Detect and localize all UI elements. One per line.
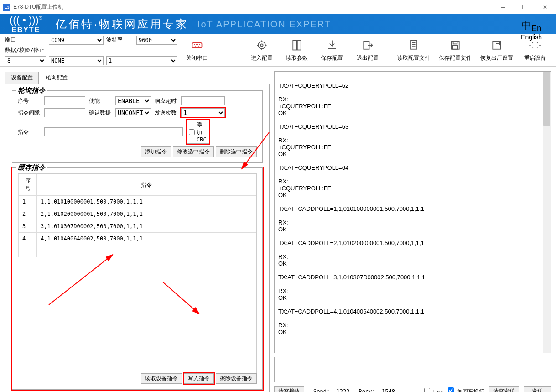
clear-send-button[interactable]: 清空发送 — [489, 386, 519, 392]
stopbits-select[interactable]: 1 — [106, 56, 177, 65]
clear-receive-button[interactable]: 清空接收 — [274, 386, 304, 392]
scrollbar-thumb[interactable] — [543, 72, 550, 126]
cache-table: 序号 指令 11,1,010100000001,500,7000,1,1,122… — [18, 173, 257, 373]
col-seq-header: 序号 — [19, 174, 37, 196]
delete-command-button[interactable]: 删除选中指令 — [216, 146, 257, 157]
window-title: E78-DTU配置上位机 — [13, 3, 493, 11]
svg-point-3 — [197, 44, 198, 45]
banner-slogan-en: IoT APPLICATION EXPERT — [197, 19, 331, 30]
hex-checkbox[interactable]: Hex — [424, 388, 443, 392]
write-cmd-button[interactable]: 写入指令 — [184, 373, 214, 384]
exit-config-button[interactable]: 退出配置 — [352, 34, 383, 66]
send-button[interactable]: 发送 — [524, 386, 551, 392]
confirm-select[interactable]: UNCONFIRM — [115, 108, 151, 117]
port-label: 端口 — [5, 36, 46, 44]
save-icon — [449, 39, 462, 52]
svg-point-1 — [194, 44, 195, 45]
svg-point-6 — [197, 45, 197, 46]
app-icon: E3 — [3, 4, 10, 11]
poll-command-fieldset: 轮询指令 序号 使能 ENABLE 响应超时 指令间隙 确认数据 UNCONFI… — [12, 90, 263, 163]
svg-point-4 — [199, 44, 200, 45]
tab-poll-config[interactable]: 轮询配置 — [40, 72, 73, 84]
tab-device-config[interactable]: 设备配置 — [5, 72, 39, 84]
read-params-button[interactable]: 读取参数 — [281, 34, 312, 66]
baud-select[interactable]: 9600 — [136, 36, 177, 45]
toolbar: 端口 COM9 波特率 9600 数据/校验/停止 8 NONE 1 关闭串口 … — [0, 34, 556, 67]
baud-label: 波特率 — [106, 36, 134, 44]
log-output[interactable]: TX:AT+CQUERYPOLL=62 RX: +CQUERYPOLL:FF O… — [274, 71, 551, 353]
col-cmd-header: 指令 — [37, 174, 256, 196]
maximize-button[interactable]: ☐ — [514, 0, 535, 14]
close-button[interactable]: ✕ — [535, 0, 556, 14]
erase-device-cmd-button[interactable]: 擦除设备指令 — [216, 373, 257, 384]
language-icon: 中En — [521, 19, 542, 33]
gear-icon — [255, 39, 268, 52]
timeout-input[interactable] — [181, 96, 225, 105]
table-row[interactable]: 11,1,010100000001,500,7000,1,1,1 — [19, 196, 256, 208]
banner-slogan-cn: 亿佰特·物联网应用专家 — [56, 17, 188, 31]
svg-point-7 — [198, 45, 199, 46]
svg-rect-11 — [297, 40, 301, 50]
enable-select[interactable]: ENABLE — [115, 96, 151, 105]
minimize-button[interactable]: ─ — [493, 0, 514, 14]
table-row[interactable]: 44,1,010400640002,500,7000,1,1,1 — [19, 233, 256, 245]
banner: ((( • )))® EBYTE 亿佰特·物联网应用专家 IoT APPLICA… — [0, 14, 556, 34]
file-read-icon — [407, 39, 420, 52]
svg-point-5 — [195, 45, 196, 46]
language-switch[interactable]: 中En English — [521, 19, 542, 41]
close-serial-button[interactable]: 关闭串口 — [181, 34, 213, 66]
titlebar: E3 E78-DTU配置上位机 ─ ☐ ✕ — [0, 0, 556, 14]
read-icon — [291, 39, 303, 52]
svg-rect-16 — [453, 45, 458, 49]
svg-rect-0 — [192, 42, 202, 47]
serial-port-icon — [191, 39, 203, 52]
save-config-button[interactable]: 保存配置 — [317, 34, 348, 66]
parity-select[interactable]: NONE — [49, 56, 104, 65]
sendcount-select[interactable]: 1 — [181, 108, 225, 117]
databits-select[interactable]: 8 — [5, 56, 46, 65]
add-command-button[interactable]: 添加指令 — [141, 146, 171, 157]
modify-command-button[interactable]: 修改选中指令 — [173, 146, 214, 157]
svg-point-2 — [196, 44, 197, 45]
svg-rect-10 — [293, 40, 296, 50]
table-row[interactable]: 22,1,010200000001,500,7000,1,1,1 — [19, 208, 256, 220]
save-config-file-button[interactable]: 保存配置文件 — [436, 34, 474, 66]
read-device-cmd-button[interactable]: 读取设备指令 — [141, 373, 182, 384]
read-config-file-button[interactable]: 读取配置文件 — [395, 34, 432, 66]
cache-commands-fieldset: 缓存指令 序号 指令 11,1,010100000001,500,7000,1,… — [12, 167, 263, 390]
enter-config-button[interactable]: 进入配置 — [246, 34, 277, 66]
seq-input[interactable] — [44, 96, 85, 105]
restore-icon — [490, 39, 503, 52]
send-input[interactable] — [274, 357, 551, 382]
add-crc-checkbox[interactable]: 添加CRC — [187, 120, 209, 144]
scrollbar[interactable] — [543, 72, 551, 353]
port-select[interactable]: COM9 — [49, 36, 104, 45]
svg-point-9 — [260, 44, 263, 46]
command-input[interactable] — [44, 127, 183, 136]
brand-logo: ((( • )))® EBYTE — [10, 14, 42, 34]
crc-check[interactable] — [189, 129, 195, 135]
crlf-checkbox[interactable]: 加回车换行 — [448, 387, 484, 392]
svg-rect-15 — [453, 41, 457, 44]
interval-input[interactable] — [44, 108, 85, 117]
dataparity-label: 数据/校验/停止 — [5, 47, 104, 54]
exit-icon — [361, 39, 374, 52]
table-row[interactable]: 33,1,010307D00002,500,7000,1,1,1 — [19, 220, 256, 233]
download-icon — [326, 39, 338, 52]
restore-defaults-button[interactable]: 恢复出厂设置 — [478, 34, 515, 66]
